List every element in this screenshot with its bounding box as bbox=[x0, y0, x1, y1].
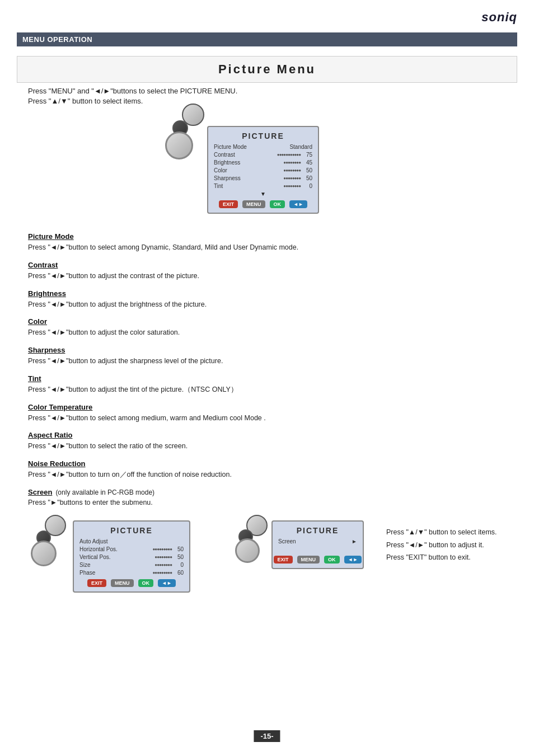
osd-bar-sharpness: ●●●●●●●● 50 bbox=[283, 175, 312, 181]
page-number: -15- bbox=[254, 730, 280, 742]
osd-row-vert-pos: Vertical Pos. ●●●●●●●● 50 bbox=[79, 554, 184, 560]
osd-val-vert-pos: 50 bbox=[174, 554, 184, 560]
osd-bar-contrast: ●●●●●●●●●●● 75 bbox=[277, 152, 312, 158]
section-heading-aspect-ratio: Aspect Ratio bbox=[28, 431, 506, 439]
osd-bar-vert-pos: ●●●●●●●● 50 bbox=[154, 554, 184, 560]
osd-main-menu: PICTURE Picture Mode Standard Contrast ●… bbox=[207, 126, 319, 214]
section-heading-tint: Tint bbox=[28, 374, 506, 383]
osd-row-horiz-pos: Horizontal Pos. ●●●●●●●●● 50 bbox=[79, 546, 184, 552]
osd-btn-menu-right: MENU bbox=[297, 556, 320, 564]
osd-btn-menu-left: MENU bbox=[111, 579, 134, 587]
osd-val-tint: 0 bbox=[302, 183, 312, 189]
osd-bar-tint: ●●●●●●●● 0 bbox=[283, 183, 312, 189]
osd-arrow-down: ▼ bbox=[214, 191, 312, 197]
osd-btn-ok-left: OK bbox=[138, 579, 154, 587]
osd-buttons-main: EXIT MENU OK ◄► bbox=[214, 200, 312, 208]
osd-row-picture-mode: Picture Mode Standard bbox=[214, 144, 312, 150]
osd-row-screen: Screen ► bbox=[278, 538, 357, 544]
osd-btn-menu: MENU bbox=[242, 200, 265, 208]
section-color: Color Press "◄/►"button to adjust the co… bbox=[28, 317, 506, 338]
osd-dots-contrast: ●●●●●●●●●●● bbox=[277, 152, 301, 157]
menu-operation-bar: MENU OPERATION bbox=[17, 32, 517, 46]
osd-btn-exit-left: EXIT bbox=[87, 579, 106, 587]
osd-main-title: PICTURE bbox=[214, 132, 312, 140]
osd-dots-tint: ●●●●●●●● bbox=[283, 184, 301, 189]
osd-row-size: Size ●●●●●●●● 0 bbox=[79, 562, 184, 568]
osd-buttons-screen-right: EXIT MENU OK ◄► bbox=[278, 556, 357, 564]
section-picture-mode: Picture Mode Press "◄/►"button to select… bbox=[28, 232, 506, 253]
osd-label-vert-pos: Vertical Pos. bbox=[79, 554, 119, 560]
page-title: Picture Menu bbox=[218, 62, 316, 76]
osd-btn-ok: OK bbox=[270, 200, 285, 208]
osd-label-color: Color bbox=[214, 167, 253, 173]
osd-row-phase: Phase ●●●●●●●●● 60 bbox=[79, 570, 184, 576]
bottom-left-area: PICTURE Auto Adjust Horizontal Pos. ●●●●… bbox=[28, 515, 207, 604]
osd-btn-nav: ◄► bbox=[289, 200, 307, 208]
osd-row-sharpness: Sharpness ●●●●●●●● 50 bbox=[214, 175, 312, 181]
osd-label-size: Size bbox=[79, 562, 119, 568]
osd-btn-nav-left: ◄► bbox=[158, 579, 176, 587]
screen-instruction-3: Press "EXIT" button to exit. bbox=[386, 551, 497, 564]
section-desc-contrast: Press "◄/►"button to adjust the contrast… bbox=[28, 271, 506, 281]
osd-screen-right-menu: PICTURE Screen ► EXIT MENU OK ◄► bbox=[271, 520, 364, 569]
content-area: Picture Mode Press "◄/►"button to select… bbox=[28, 232, 506, 511]
section-desc-color-temperature: Press "◄/►"button to select among medium… bbox=[28, 413, 506, 424]
remote-dial-icon bbox=[165, 132, 193, 159]
bottom-right-area: PICTURE Screen ► EXIT MENU OK ◄► Press "… bbox=[235, 515, 497, 593]
osd-dots-sharpness: ●●●●●●●● bbox=[283, 176, 301, 181]
page-title-box: Picture Menu bbox=[17, 56, 517, 83]
osd-label-tint: Tint bbox=[214, 183, 253, 189]
osd-btn-nav-right: ◄► bbox=[344, 556, 362, 564]
osd-bar-horiz-pos: ●●●●●●●●● 50 bbox=[153, 546, 184, 552]
osd-label-contrast: Contrast bbox=[214, 152, 253, 158]
osd-bar-phase: ●●●●●●●●● 60 bbox=[153, 570, 184, 576]
osd-val-brightness: 45 bbox=[302, 159, 312, 166]
section-heading-sharpness: Sharpness bbox=[28, 346, 506, 354]
osd-dots-color: ●●●●●●●● bbox=[283, 168, 301, 173]
section-heading-contrast: Contrast bbox=[28, 261, 506, 269]
osd-row-brightness: Brightness ●●●●●●●● 45 bbox=[214, 159, 312, 166]
osd-dots-horiz-pos: ●●●●●●●●● bbox=[153, 547, 172, 552]
osd-btn-exit-right: EXIT bbox=[274, 556, 293, 564]
screen-instruction-2: Press "◄/►" button to adjust it. bbox=[386, 539, 497, 552]
section-heading-color-temperature: Color Temperature bbox=[28, 403, 506, 411]
section-aspect-ratio: Aspect Ratio Press "◄/►"button to select… bbox=[28, 431, 506, 452]
section-noise-reduction: Noise Reduction Press "◄/►"button to tur… bbox=[28, 459, 506, 480]
remote-bottom-dial-icon bbox=[31, 541, 57, 566]
section-heading-brightness: Brightness bbox=[28, 289, 506, 298]
osd-dots-vert-pos: ●●●●●●●● bbox=[154, 555, 172, 560]
osd-bar-size: ●●●●●●●● 0 bbox=[154, 562, 184, 568]
section-heading-color: Color bbox=[28, 317, 506, 326]
osd-bar-brightness: ●●●●●●●● 45 bbox=[283, 159, 312, 166]
section-desc-brightness: Press "◄/►"button to adjust the brightne… bbox=[28, 299, 506, 310]
osd-bar-color: ●●●●●●●● 50 bbox=[283, 167, 312, 173]
osd-dots-size: ●●●●●●●● bbox=[154, 562, 172, 567]
section-desc-color: Press "◄/►"button to adjust the color sa… bbox=[28, 327, 506, 338]
osd-dots-brightness: ●●●●●●●● bbox=[283, 160, 301, 165]
section-tint: Tint Press "◄/►"button to adjust the tin… bbox=[28, 374, 506, 395]
osd-val-sharpness: 50 bbox=[302, 175, 312, 181]
osd-val-horiz-pos: 50 bbox=[174, 546, 184, 552]
brand-logo: soniq bbox=[481, 10, 517, 25]
screen-section-note: (only available in PC-RGB mode) bbox=[55, 489, 154, 496]
section-contrast: Contrast Press "◄/►"button to adjust the… bbox=[28, 261, 506, 281]
section-desc-noise-reduction: Press "◄/►"button to turn on／off the fun… bbox=[28, 469, 506, 480]
instruction-line-1: Press "MENU" and "◄/►"buttons to select … bbox=[28, 87, 237, 95]
osd-label-auto-adjust: Auto Adjust bbox=[79, 538, 119, 544]
osd-label-sharpness: Sharpness bbox=[214, 175, 253, 181]
section-brightness: Brightness Press "◄/►"button to adjust t… bbox=[28, 289, 506, 310]
section-desc-aspect-ratio: Press "◄/►"button to select the ratio of… bbox=[28, 441, 506, 452]
osd-btn-exit: EXIT bbox=[219, 200, 238, 208]
menu-operation-label: MENU OPERATION bbox=[22, 35, 92, 44]
osd-val-contrast: 75 bbox=[302, 152, 312, 158]
osd-val-phase: 60 bbox=[174, 570, 184, 576]
remote-right-dial-icon bbox=[235, 538, 260, 563]
section-desc-sharpness: Press "◄/►"button to adjust the sharpnes… bbox=[28, 356, 506, 367]
bottom-area: PICTURE Auto Adjust Horizontal Pos. ●●●●… bbox=[28, 515, 506, 604]
osd-buttons-screen-left: EXIT MENU OK ◄► bbox=[79, 579, 184, 587]
osd-val-screen-arrow: ► bbox=[347, 538, 357, 544]
osd-top-container: PICTURE Picture Mode Standard Contrast ●… bbox=[151, 104, 341, 221]
screen-instruction-1: Press "▲/▼" button to select items. bbox=[386, 526, 497, 539]
screen-instructions-list: Press "▲/▼" button to select items. Pres… bbox=[386, 526, 497, 564]
section-heading-noise-reduction: Noise Reduction bbox=[28, 459, 506, 468]
